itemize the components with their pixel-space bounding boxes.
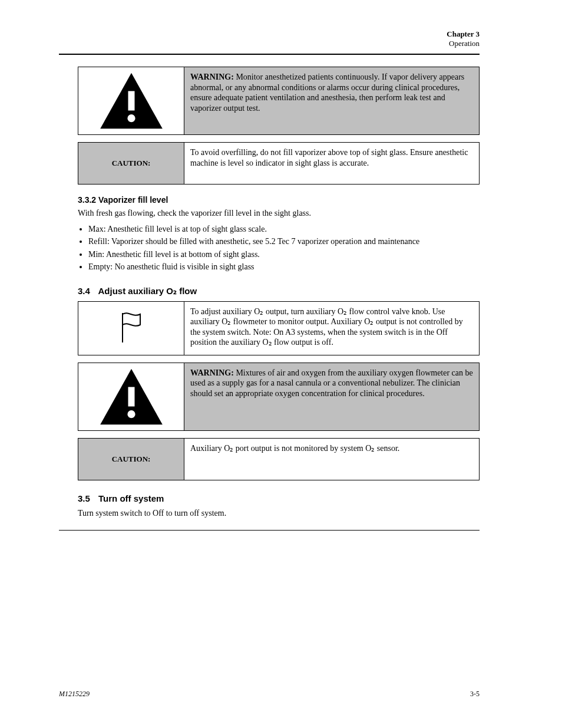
header-rule [59,54,480,55]
warning-icon-cell-2 [78,363,184,430]
caution-callout-2: CAUTION: Auxiliary O₂ port output is not… [78,438,480,480]
caution-body: To avoid overfilling, do not fill vapori… [184,143,479,184]
svg-rect-1 [128,91,134,111]
caution-label-cell: CAUTION: [78,143,184,184]
svg-point-2 [127,114,135,122]
footer-rule [59,530,480,531]
flag-icon [117,311,146,346]
warning-text: WARNING: Monitor anesthetized patients c… [184,67,479,134]
page-footer: M1215229 3-5 [59,690,480,699]
note-icon-cell [78,302,184,355]
chapter-title: Operation [449,39,480,48]
step-number: 3.4 [78,286,90,296]
section-intro: With fresh gas flowing, check the vapori… [78,208,480,219]
doc-reference: M1215229 [59,690,90,698]
list-item: Max: Anesthetic fill level is at top of … [88,223,480,235]
caution-callout: CAUTION: To avoid overfilling, do not fi… [78,142,480,185]
caution-label: CAUTION: [112,159,151,168]
step-heading-aux-o2: 3.4 Adjust auxiliary O₂ flow [78,286,480,297]
warning-heading-2: WARNING: [190,368,234,377]
svg-point-6 [127,410,135,418]
warning-callout-2: WARNING: Mixtures of air and oxygen from… [78,363,480,431]
step-number-2: 3.5 [78,493,90,503]
caution-body-2: Auxiliary O₂ port output is not monitore… [184,439,479,480]
warning-triangle-icon [99,367,164,426]
note-body: To adjust auxiliary O₂ output, turn auxi… [184,302,479,355]
warning-heading: WARNING: [190,73,234,81]
chapter-number: Chapter 3 [447,29,480,38]
step-title: Adjust auxiliary O₂ flow [98,286,197,296]
note-callout: To adjust auxiliary O₂ output, turn auxi… [78,301,480,355]
page-number: 3-5 [470,690,480,699]
fill-level-list: Max: Anesthetic fill level is at top of … [88,223,480,273]
caution-label-2: CAUTION: [112,454,151,464]
list-item: Empty: No anesthetic fluid is visible in… [88,261,480,273]
caution-label-cell-2: CAUTION: [78,439,184,480]
list-item: Refill: Vaporizer should be filled with … [88,236,480,248]
turnoff-text: Turn system switch to Off to turn off sy… [78,508,480,519]
svg-rect-5 [128,387,134,406]
section-title-vaporizer: 3.3.2 Vaporizer fill level [78,195,480,205]
warning-callout: WARNING: Monitor anesthetized patients c… [78,67,480,135]
warning-text-2: WARNING: Mixtures of air and oxygen from… [184,363,479,430]
step-title-2: Turn off system [98,493,164,503]
step-heading-turnoff: 3.5 Turn off system [78,493,480,503]
warning-triangle-icon [99,71,164,130]
warning-icon-cell [78,67,184,134]
list-item: Min: Anesthetic fill level is at bottom … [88,249,480,261]
page-header: Chapter 3 Operation [447,29,480,48]
